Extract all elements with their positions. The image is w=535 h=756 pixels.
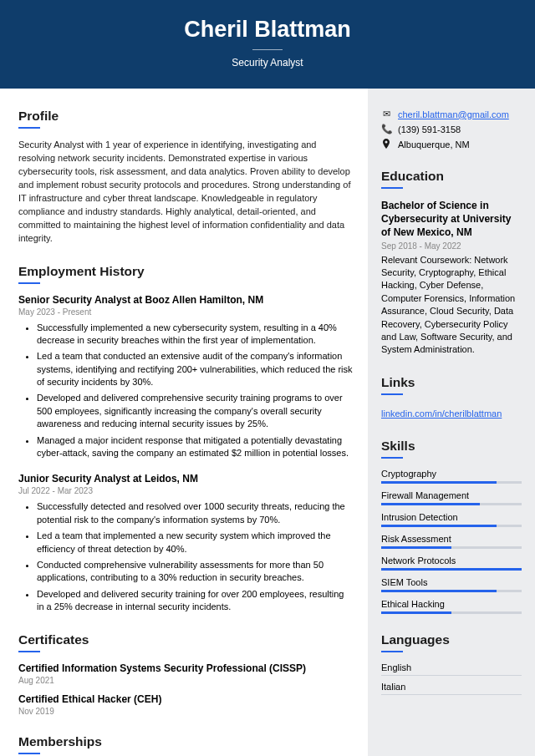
links-heading: Links	[381, 375, 522, 390]
skill-bar-fill	[381, 590, 497, 592]
section-rule	[18, 127, 40, 129]
language-name: Italian	[381, 682, 522, 692]
phone-icon: 📞	[381, 124, 391, 134]
job-bullet: Successfully implemented a new cybersecu…	[37, 322, 353, 348]
header-rule	[252, 49, 283, 50]
job-dates: Jul 2022 - Mar 2023	[18, 486, 353, 495]
job-bullet: Conducted comprehensive vulnerability as…	[37, 559, 353, 585]
skill-name: Ethical Hacking	[381, 599, 522, 609]
certificate: Certified Ethical Hacker (CEH)Nov 2019	[18, 693, 353, 716]
languages-heading: Languages	[381, 632, 522, 647]
contact-email[interactable]: cheril.blattman@gmail.com	[398, 109, 509, 119]
resume-body: Profile Security Analyst with 1 year of …	[0, 89, 535, 756]
skill-bar	[381, 481, 522, 484]
cert-name: Certified Ethical Hacker (CEH)	[18, 693, 353, 705]
main-column: Profile Security Analyst with 1 year of …	[0, 89, 368, 756]
skill: Ethical Hacking	[381, 599, 522, 614]
job: Senior Security Analyst at Booz Allen Ha…	[18, 294, 353, 460]
language: English	[381, 662, 522, 676]
skill-name: Cryptography	[381, 469, 522, 479]
job-bullets: Successfully implemented a new cybersecu…	[18, 322, 353, 460]
education-heading: Education	[381, 169, 522, 184]
skill-name: Risk Assessment	[381, 534, 522, 544]
section-rule	[18, 282, 40, 284]
job-bullet: Developed and delivered security trainin…	[37, 588, 353, 614]
cert-name: Certified Information Systems Security P…	[18, 662, 353, 674]
skill-bar-fill	[381, 525, 497, 527]
skill-bar	[381, 525, 522, 527]
job-bullet: Developed and delivered comprehensive se…	[37, 392, 353, 430]
profile-section: Profile Security Analyst with 1 year of …	[18, 109, 353, 246]
cert-date: Nov 2019	[18, 707, 353, 716]
contact-phone-row: 📞 (139) 591-3158	[381, 124, 522, 134]
job-bullets: Successfully detected and resolved over …	[18, 500, 353, 613]
resume-header: Cheril Blattman Security Analyst	[0, 0, 535, 89]
skill-bar-fill	[381, 481, 497, 484]
profile-text: Security Analyst with 1 year of experien…	[18, 139, 353, 246]
person-title: Security Analyst	[0, 57, 535, 68]
section-rule	[381, 393, 403, 395]
skills-section: Skills CryptographyFirewall ManagementIn…	[381, 439, 522, 614]
language-name: English	[381, 662, 522, 672]
job-dates: May 2023 - Present	[18, 307, 353, 317]
job-title: Junior Security Analyst at Leidos, NM	[18, 473, 353, 485]
job: Junior Security Analyst at Leidos, NMJul…	[18, 473, 353, 613]
skill: Cryptography	[381, 469, 522, 484]
certificates-heading: Certificates	[18, 632, 353, 647]
skill-name: SIEM Tools	[381, 577, 522, 587]
contact-location-row: Albuquerque, NM	[381, 139, 522, 150]
education-text: Relevant Coursework: Network Security, C…	[381, 254, 522, 357]
skill-bar	[381, 568, 522, 571]
skill: Network Protocols	[381, 556, 522, 571]
certificates-section: Certificates Certified Information Syste…	[18, 632, 353, 716]
contact-location: Albuquerque, NM	[398, 140, 470, 150]
language: Italian	[381, 682, 522, 695]
memberships-heading: Memberships	[18, 734, 353, 749]
email-icon: ✉	[381, 109, 391, 119]
profile-heading: Profile	[18, 109, 353, 124]
education-section: Education Bachelor of Science in Cyberse…	[381, 169, 522, 357]
job-bullet: Led a team that conducted an extensive a…	[37, 350, 353, 388]
contact-section: ✉ cheril.blattman@gmail.com 📞 (139) 591-…	[381, 109, 522, 150]
languages-section: Languages EnglishItalian	[381, 632, 522, 695]
education-dates: Sep 2018 - May 2022	[381, 241, 522, 251]
job-bullet: Managed a major incident response that m…	[37, 434, 353, 460]
skill-bar	[381, 503, 522, 505]
employment-heading: Employment History	[18, 264, 353, 279]
language-rule	[381, 675, 522, 676]
skill: SIEM Tools	[381, 577, 522, 592]
skill-bar-fill	[381, 611, 451, 614]
education-degree: Bachelor of Science in Cybersecurity at …	[381, 199, 522, 240]
section-rule	[381, 187, 403, 189]
links-section: Links linkedin.com/in/cherilblattman	[381, 375, 522, 420]
skills-heading: Skills	[381, 439, 522, 454]
cert-date: Aug 2021	[18, 676, 353, 685]
employment-section: Employment History Senior Security Analy…	[18, 264, 353, 614]
section-rule	[381, 651, 403, 652]
link-item[interactable]: linkedin.com/in/cherilblattman	[381, 408, 502, 419]
skill-bar-fill	[381, 568, 522, 571]
language-rule	[381, 694, 522, 695]
section-rule	[18, 753, 40, 754]
location-icon	[381, 139, 391, 150]
skill-name: Firewall Management	[381, 490, 522, 500]
section-rule	[381, 457, 403, 459]
skill-bar	[381, 590, 522, 592]
skill-name: Network Protocols	[381, 556, 522, 566]
memberships-section: Memberships	[18, 734, 353, 754]
certificate: Certified Information Systems Security P…	[18, 662, 353, 685]
job-bullet: Led a team that implemented a new securi…	[37, 530, 353, 556]
section-rule	[18, 651, 40, 652]
sidebar-column: ✉ cheril.blattman@gmail.com 📞 (139) 591-…	[368, 89, 535, 756]
skill-bar	[381, 546, 522, 549]
contact-phone: (139) 591-3158	[398, 124, 461, 134]
skill-bar	[381, 611, 522, 614]
contact-email-row: ✉ cheril.blattman@gmail.com	[381, 109, 522, 119]
skill: Firewall Management	[381, 490, 522, 505]
job-title: Senior Security Analyst at Booz Allen Ha…	[18, 294, 353, 306]
job-bullet: Successfully detected and resolved over …	[37, 500, 353, 526]
person-name: Cheril Blattman	[0, 17, 535, 43]
skill-bar-fill	[381, 546, 451, 549]
skill: Risk Assessment	[381, 534, 522, 549]
skill-name: Intrusion Detection	[381, 512, 522, 522]
